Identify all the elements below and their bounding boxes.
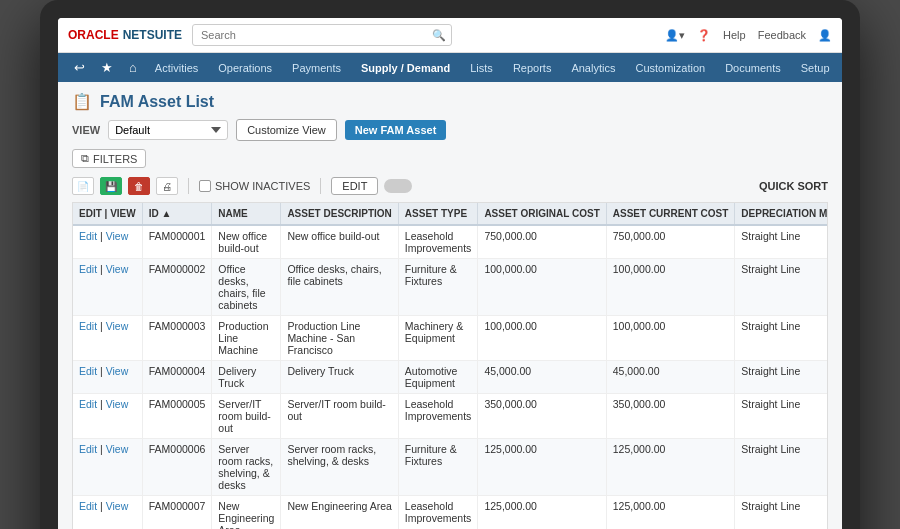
view-link[interactable]: View [106, 443, 129, 455]
cell-description: Production Line Machine - San Francisco [281, 316, 398, 361]
filters-row: ⧉ FILTERS [72, 149, 828, 168]
cell-current-cost: 125,000.00 [606, 439, 735, 496]
cell-dep-method: Straight Line [735, 225, 828, 259]
top-bar-actions: 👤▾ ❓ Help Feedback 👤 [665, 29, 832, 42]
oracle-text: ORACLE [68, 28, 119, 42]
edit-button[interactable]: EDIT [331, 177, 378, 195]
netsuite-text: NETSUITE [123, 28, 182, 42]
edit-link[interactable]: Edit [79, 230, 97, 242]
user-icon[interactable]: 👤▾ [665, 29, 685, 42]
nav-analytics[interactable]: Analytics [561, 55, 625, 81]
cell-original-cost: 100,000.00 [478, 259, 606, 316]
cell-current-cost: 350,000.00 [606, 394, 735, 439]
nav-lists[interactable]: Lists [460, 55, 503, 81]
home-icon[interactable]: ⌂ [121, 53, 145, 82]
view-link[interactable]: View [106, 500, 129, 512]
cell-edit-view: Edit | View [73, 225, 142, 259]
view-link[interactable]: View [106, 398, 129, 410]
print-icon-btn[interactable]: 🖨 [156, 177, 178, 195]
copy-icon-btn[interactable]: 📄 [72, 177, 94, 195]
table-row: Edit | View FAM000002 Office desks, chai… [73, 259, 828, 316]
edit-link[interactable]: Edit [79, 500, 97, 512]
table-row: Edit | View FAM000007 New Engineering Ar… [73, 496, 828, 530]
cell-type: Leasehold Improvements [398, 496, 478, 530]
page-title-row: 📋 FAM Asset List [72, 92, 828, 111]
asset-table-wrap: EDIT | VIEW ID ▲ NAME ASSET DESCRIPTION … [72, 202, 828, 529]
filters-label: FILTERS [93, 153, 137, 165]
search-input[interactable] [192, 24, 452, 46]
cell-original-cost: 45,000.00 [478, 361, 606, 394]
profile-icon[interactable]: 👤 [818, 29, 832, 42]
toolbar-separator-2 [320, 178, 321, 194]
nav-supply-demand[interactable]: Supply / Demand [351, 55, 460, 81]
cell-id: FAM000003 [142, 316, 212, 361]
view-label: VIEW [72, 124, 100, 136]
cell-original-cost: 100,000.00 [478, 316, 606, 361]
nav-commerce[interactable]: Commerce [840, 55, 842, 81]
cell-original-cost: 750,000.00 [478, 225, 606, 259]
cell-name: New office build-out [212, 225, 281, 259]
cell-description: New office build-out [281, 225, 398, 259]
edit-link[interactable]: Edit [79, 365, 97, 377]
cell-name: New Engineering Area [212, 496, 281, 530]
col-id[interactable]: ID ▲ [142, 203, 212, 225]
cell-original-cost: 350,000.00 [478, 394, 606, 439]
col-dep-method: DEPRECIATION METHOD [735, 203, 828, 225]
cell-edit-view: Edit | View [73, 394, 142, 439]
edit-toggle[interactable] [384, 179, 412, 193]
cell-type: Leasehold Improvements [398, 394, 478, 439]
nav-customization[interactable]: Customization [625, 55, 715, 81]
view-link[interactable]: View [106, 230, 129, 242]
cell-dep-method: Straight Line [735, 496, 828, 530]
view-link[interactable]: View [106, 320, 129, 332]
edit-link[interactable]: Edit [79, 443, 97, 455]
edit-link[interactable]: Edit [79, 398, 97, 410]
help-icon[interactable]: ❓ [697, 29, 711, 42]
cell-id: FAM000001 [142, 225, 212, 259]
edit-link[interactable]: Edit [79, 263, 97, 275]
table-header-row: EDIT | VIEW ID ▲ NAME ASSET DESCRIPTION … [73, 203, 828, 225]
help-label[interactable]: Help [723, 29, 746, 41]
edit-link[interactable]: Edit [79, 320, 97, 332]
feedback-label[interactable]: Feedback [758, 29, 806, 41]
view-link[interactable]: View [106, 365, 129, 377]
view-link[interactable]: View [106, 263, 129, 275]
nav-operations[interactable]: Operations [208, 55, 282, 81]
col-name: NAME [212, 203, 281, 225]
cell-type: Automotive Equipment [398, 361, 478, 394]
show-inactives-row: SHOW INACTIVES [199, 180, 310, 192]
asset-table: EDIT | VIEW ID ▲ NAME ASSET DESCRIPTION … [73, 203, 828, 529]
star-icon[interactable]: ★ [93, 53, 121, 82]
screen: ORACLE NETSUITE 🔍 👤▾ ❓ Help Feedback 👤 ↩… [58, 18, 842, 529]
new-fam-asset-button[interactable]: New FAM Asset [345, 120, 447, 140]
quick-sort-label: QUICK SORT [759, 180, 828, 192]
cell-type: Furniture & Fixtures [398, 439, 478, 496]
nav-setup[interactable]: Setup [791, 55, 840, 81]
back-icon[interactable]: ↩ [66, 53, 93, 82]
show-inactives-checkbox[interactable] [199, 180, 211, 192]
col-original-cost: ASSET ORIGINAL COST [478, 203, 606, 225]
delete-icon-btn[interactable]: 🗑 [128, 177, 150, 195]
cell-id: FAM000007 [142, 496, 212, 530]
cell-original-cost: 125,000.00 [478, 439, 606, 496]
customize-view-button[interactable]: Customize View [236, 119, 337, 141]
search-icon: 🔍 [432, 29, 446, 42]
view-select[interactable]: Default [108, 120, 228, 140]
nav-activities[interactable]: Activities [145, 55, 208, 81]
save-icon-btn[interactable]: 💾 [100, 177, 122, 195]
cell-dep-method: Straight Line [735, 361, 828, 394]
cell-edit-view: Edit | View [73, 496, 142, 530]
filters-button[interactable]: ⧉ FILTERS [72, 149, 146, 168]
table-row: Edit | View FAM000001 New office build-o… [73, 225, 828, 259]
content-area: 📋 FAM Asset List VIEW Default Customize … [58, 82, 842, 529]
table-row: Edit | View FAM000004 Delivery Truck Del… [73, 361, 828, 394]
cell-current-cost: 100,000.00 [606, 316, 735, 361]
table-row: Edit | View FAM000005 Server/IT room bui… [73, 394, 828, 439]
cell-type: Furniture & Fixtures [398, 259, 478, 316]
cell-edit-view: Edit | View [73, 361, 142, 394]
nav-payments[interactable]: Payments [282, 55, 351, 81]
nav-documents[interactable]: Documents [715, 55, 791, 81]
nav-reports[interactable]: Reports [503, 55, 562, 81]
page-title: FAM Asset List [100, 93, 214, 111]
cell-type: Machinery & Equipment [398, 316, 478, 361]
